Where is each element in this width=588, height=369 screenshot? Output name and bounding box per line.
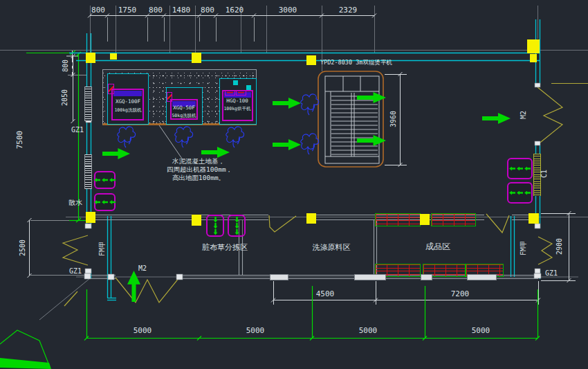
washer-100kg-panel xyxy=(113,91,142,96)
cart-arrow-icon xyxy=(235,229,239,235)
dim-top: 800 xyxy=(201,6,214,14)
walls-exterior xyxy=(69,19,540,300)
sorting-cart xyxy=(206,215,224,237)
cart-arrow-icon xyxy=(213,229,217,235)
grid-axes xyxy=(0,6,588,277)
dim-top: 800 xyxy=(149,6,163,14)
column xyxy=(306,213,316,224)
linen-cart xyxy=(94,171,116,189)
cart-arrow-icon xyxy=(94,200,100,204)
room-label-finished: 成品区 xyxy=(425,242,450,251)
dim-left-2500: 2500 xyxy=(19,240,26,256)
apron-line xyxy=(39,278,90,320)
linen-cart xyxy=(94,193,116,211)
column xyxy=(110,53,117,60)
dim-top: 3000 xyxy=(279,6,297,14)
cart-arrow-icon xyxy=(109,178,116,182)
window-left xyxy=(84,87,92,121)
cart-arrow-icon xyxy=(102,178,108,182)
washer-50kg-model: XGQ-50F xyxy=(173,105,195,111)
column xyxy=(86,212,95,223)
ironer-machine xyxy=(318,71,383,167)
washer-100kg-name: 100kg洗脱机 xyxy=(114,108,141,113)
dim-bottom-4500: 4500 xyxy=(316,290,335,298)
mark-apron: 散水 xyxy=(68,199,82,206)
note-line: 高出地面100mm。 xyxy=(172,174,225,181)
note-leader-line xyxy=(158,123,182,159)
storage-shelf xyxy=(375,213,421,226)
dim-top: 1480 xyxy=(172,6,191,14)
ironer-label: YPD2-8030 3m双辊烫平机 xyxy=(320,60,392,66)
mark-fm-right: FM甲 xyxy=(520,240,527,255)
storage-shelf xyxy=(431,213,476,226)
window-bottom xyxy=(421,274,432,280)
column xyxy=(86,53,95,63)
cart-arrow-icon xyxy=(517,191,523,195)
dim-top: 2329 xyxy=(339,6,358,14)
mark-m2-bottom: M2 xyxy=(138,265,147,272)
cart-arrow-icon xyxy=(109,200,116,204)
mark-m2-right: M2 xyxy=(520,111,527,119)
note-line: 水泥混凝土地基， xyxy=(172,158,225,165)
cart-arrow-icon xyxy=(213,217,217,223)
linen-cart xyxy=(507,158,533,179)
column xyxy=(530,54,537,62)
cart-arrow-icon xyxy=(235,223,239,229)
column xyxy=(527,39,540,53)
room-label-sorting: 脏布草分拣区 xyxy=(202,244,248,251)
cart-arrow-icon xyxy=(94,178,100,182)
note-line: 四周超出机器100mm， xyxy=(167,166,232,173)
dim-top: 800 xyxy=(91,6,105,14)
mark-gz1: GZ1 xyxy=(545,270,558,277)
washer-100kg-valve-icon xyxy=(108,84,114,94)
washer-50kg-name: 50kg洗脱机 xyxy=(172,114,196,118)
dim-left-2050: 2050 xyxy=(62,89,68,106)
mark-fm-left: FM甲 xyxy=(99,241,106,256)
column xyxy=(306,55,316,65)
dim-top: 1620 xyxy=(226,6,244,14)
cart-arrow-icon xyxy=(235,217,239,223)
dryer-duct-icon xyxy=(246,85,251,90)
cart-arrow-icon xyxy=(509,191,515,195)
cart-arrow-icon xyxy=(509,167,515,171)
dryer-burner-icon xyxy=(225,90,235,96)
door-fm-right xyxy=(538,237,552,264)
washer-100kg-model: XGQ-100F xyxy=(116,99,140,105)
laundry-floor-plan: 800 1750 800 1480 800 1620 3000 2329 750… xyxy=(0,0,588,369)
dim-left-7500: 7500 xyxy=(16,131,24,150)
dryer-duct-icon xyxy=(233,80,238,85)
window-left xyxy=(84,154,92,189)
mark-gz1: GZ1 xyxy=(69,268,82,275)
mark-gz1: GZ1 xyxy=(71,127,84,134)
column xyxy=(529,213,539,224)
site-boundary xyxy=(0,330,51,369)
cart-arrow-icon xyxy=(102,200,108,204)
dim-bottom-5000: 5000 xyxy=(472,327,490,334)
dryer-model: HGQ-100 xyxy=(226,98,248,104)
dim-bottom-7200: 7200 xyxy=(451,290,470,298)
column xyxy=(192,53,201,63)
window-bottom xyxy=(270,274,288,280)
dim-left-800: 800 xyxy=(62,60,69,72)
dim-bottom-5000: 5000 xyxy=(359,327,378,334)
door-m2-right xyxy=(538,87,562,145)
dim-top: 1750 xyxy=(118,6,137,14)
cart-arrow-icon xyxy=(213,223,217,229)
dim-right-2900: 2900 xyxy=(556,238,563,255)
dryer-burner-icon xyxy=(236,90,246,96)
cart-arrow-icon xyxy=(524,191,531,195)
cart-arrow-icon xyxy=(524,167,531,171)
dim-right-3960: 3960 xyxy=(390,111,397,127)
dim-bottom-5000: 5000 xyxy=(246,327,265,334)
dryer-name: 100kg烘干机 xyxy=(223,107,250,111)
door-m2-bottom xyxy=(116,278,179,303)
door-fm-left xyxy=(63,235,88,265)
cart-arrow-icon xyxy=(517,167,523,171)
column xyxy=(192,215,201,226)
sorting-cart xyxy=(228,215,246,237)
window-bottom xyxy=(354,274,386,280)
room-label-materials: 洗涤原料区 xyxy=(313,244,351,251)
window-bottom xyxy=(467,274,497,280)
column xyxy=(420,214,430,225)
door-materials xyxy=(269,215,296,232)
